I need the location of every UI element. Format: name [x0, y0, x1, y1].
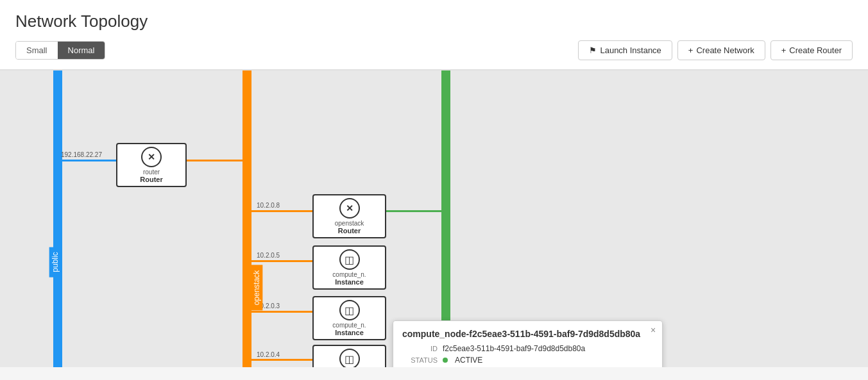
instance3-node[interactable]: ◫ compute_n. — [312, 345, 386, 367]
router-name: router — [123, 169, 180, 176]
router-icon — [141, 147, 162, 167]
ip-instance1: 10.2.0.5 — [257, 252, 280, 259]
ip-instance3: 10.2.0.4 — [257, 351, 280, 358]
create-network-button[interactable]: + Create Network — [677, 40, 765, 60]
instance2-name: compute_n. — [319, 322, 380, 329]
create-router-label: Create Router — [789, 45, 842, 55]
public-network-label: public — [49, 247, 61, 277]
view-small-button[interactable]: Small — [16, 42, 58, 59]
instance3-icon: ◫ — [339, 349, 360, 367]
view-toggle: Small Normal — [15, 41, 105, 60]
openstack-router-label: Router — [319, 227, 380, 235]
instance2-node[interactable]: ◫ compute_n. Instance — [312, 296, 386, 340]
topology-canvas: public openstack 192.168.22.27 10.0.0.6 … — [0, 70, 868, 367]
instance1-node[interactable]: ◫ compute_n. Instance — [312, 245, 386, 290]
popup-close-button[interactable]: × — [651, 325, 656, 335]
openstack-router-node[interactable]: openstack Router — [312, 194, 386, 238]
popup-status-value: ACTIVE — [455, 356, 482, 365]
h-line-instance3 — [250, 359, 318, 361]
popup-title: compute_node-f2c5eae3-511b-4591-baf9-7d9… — [402, 329, 653, 339]
status-dot — [443, 358, 448, 363]
create-network-label: Create Network — [696, 45, 754, 55]
popup-id-value: f2c5eae3-511b-4591-baf9-7d9d8d5db80a — [443, 344, 585, 353]
action-buttons: ⚑ Launch Instance + Create Network + Cre… — [578, 40, 853, 60]
popup-status-label: STATUS — [402, 356, 438, 364]
page-title: Network Topology — [15, 12, 853, 31]
toolbar: Small Normal ⚑ Launch Instance + Create … — [15, 40, 853, 60]
popup-status-row: STATUS ACTIVE — [402, 356, 653, 365]
instance1-name: compute_n. — [319, 271, 380, 278]
launch-instance-label: Launch Instance — [600, 45, 661, 55]
openstack-router-icon — [339, 198, 360, 219]
public-network-line — [53, 70, 62, 367]
h-line-openstack-router-left — [250, 210, 318, 212]
h-line-instance2 — [250, 311, 318, 313]
router-label: Router — [123, 176, 180, 183]
plus-icon-network: + — [688, 45, 694, 55]
instance-popup: × compute_node-f2c5eae3-511b-4591-baf9-7… — [393, 320, 663, 367]
instance2-label: Instance — [319, 329, 380, 336]
popup-id-row: ID f2c5eae3-511b-4591-baf9-7d9d8d5db80a — [402, 344, 653, 353]
launch-icon: ⚑ — [589, 45, 597, 55]
instance1-label: Instance — [319, 278, 380, 286]
openstack-network-label: openstack — [251, 265, 262, 311]
instance1-icon: ◫ — [339, 249, 360, 270]
openstack-router-name: openstack — [319, 220, 380, 227]
create-router-button[interactable]: + Create Router — [770, 40, 853, 60]
view-normal-button[interactable]: Normal — [58, 42, 105, 59]
popup-id-label: ID — [402, 345, 438, 352]
openstack-network-line — [243, 70, 251, 367]
ip-router-left: 192.168.22.27 — [61, 151, 102, 158]
h-line-instance1 — [250, 260, 318, 262]
ip-openstack-router-left: 10.2.0.8 — [257, 202, 280, 209]
router-node[interactable]: router Router — [116, 143, 187, 187]
launch-instance-button[interactable]: ⚑ Launch Instance — [578, 40, 672, 60]
plus-icon-router: + — [781, 45, 787, 55]
instance2-icon: ◫ — [339, 300, 360, 320]
page-header: Network Topology Small Normal ⚑ Launch I… — [0, 0, 868, 70]
